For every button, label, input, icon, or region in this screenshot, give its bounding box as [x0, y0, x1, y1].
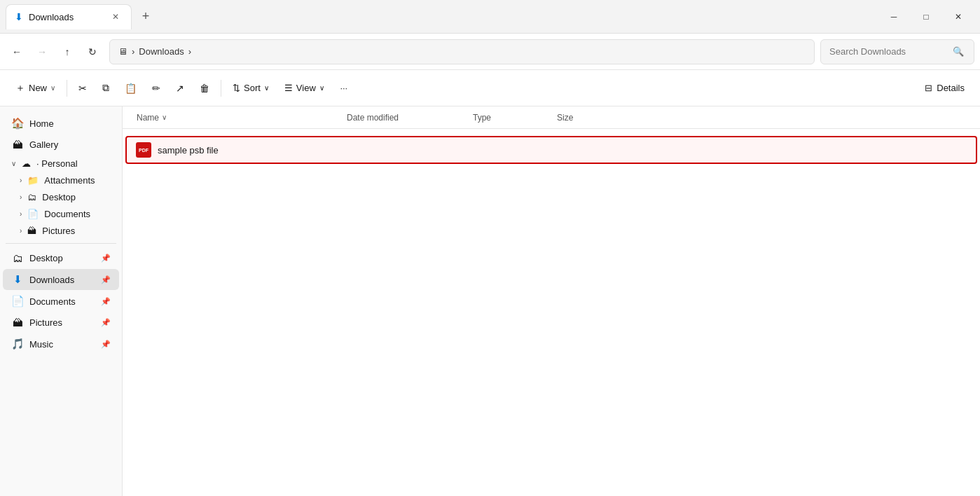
titlebar: ⬇ Downloads ✕ + ─ □ ✕ [0, 0, 980, 34]
sidebar-desktop-cloud-label: Desktop [42, 192, 76, 202]
pdf-icon: PDF [136, 142, 151, 158]
new-button[interactable]: ＋ New ∨ [8, 78, 62, 99]
details-label: Details [937, 83, 965, 93]
sidebar-desktop-label: Desktop [29, 253, 95, 263]
sort-button[interactable]: ⇅ Sort ∨ [226, 78, 276, 97]
view-label: View [296, 83, 316, 93]
details-button[interactable]: ⊟ Details [918, 78, 972, 97]
sidebar-item-gallery[interactable]: 🏔 Gallery [3, 135, 119, 155]
divider-1 [67, 80, 67, 97]
sidebar-gallery-label: Gallery [29, 139, 111, 150]
sidebar-item-documents[interactable]: 📄 Documents 📌 [3, 291, 119, 312]
documents-pin-icon: 📌 [101, 297, 111, 306]
sidebar-item-desktop-cloud[interactable]: › 🗂 Desktop [3, 189, 119, 205]
cloud-section-label: · Personal [36, 158, 78, 169]
downloads-icon: ⬇ [11, 273, 24, 286]
sidebar-pictures-cloud-label: Pictures [42, 226, 75, 236]
pictures-cloud-chevron-icon: › [20, 227, 22, 235]
sidebar-separator [6, 243, 116, 244]
breadcrumb-sep-2: › [188, 46, 191, 57]
tab-close-button[interactable]: ✕ [109, 10, 123, 24]
window-controls: ─ □ ✕ [878, 4, 974, 29]
share-button[interactable]: ↗ [169, 78, 191, 98]
sidebar-item-pictures-cloud[interactable]: › 🏔 Pictures [3, 223, 119, 239]
view-button[interactable]: ☰ View ∨ [277, 78, 331, 97]
gallery-icon: 🏔 [11, 139, 24, 151]
copy-button[interactable]: ⧉ [95, 78, 116, 98]
column-header-size[interactable]: Size [551, 109, 621, 127]
sidebar-item-home[interactable]: 🏠 Home [3, 113, 119, 134]
sort-label: Sort [244, 83, 261, 93]
new-plus-icon: ＋ [15, 82, 25, 95]
sidebar-item-pictures[interactable]: 🏔 Pictures 📌 [3, 312, 119, 333]
date-col-label: Date modified [347, 113, 399, 123]
rename-button[interactable]: ✏ [145, 78, 167, 98]
file-name: sample psb file [158, 145, 354, 156]
delete-button[interactable]: 🗑 [193, 78, 216, 98]
up-button[interactable]: ↑ [56, 41, 78, 63]
search-input[interactable] [829, 46, 948, 57]
column-header-type[interactable]: Type [467, 109, 551, 127]
desktop-cloud-chevron-icon: › [20, 193, 22, 201]
column-headers: Name ∨ Date modified Type Size [123, 106, 980, 129]
file-icon: PDF [135, 142, 152, 158]
address-bar[interactable]: 🖥 › Downloads › [109, 39, 815, 64]
copy-icon: ⧉ [102, 82, 109, 94]
attachments-icon: 📁 [27, 175, 39, 186]
sidebar-item-music[interactable]: 🎵 Music 📌 [3, 333, 119, 354]
sidebar-pictures-label: Pictures [29, 317, 95, 328]
close-button[interactable]: ✕ [942, 4, 974, 29]
sidebar-item-attachments[interactable]: › 📁 Attachments [3, 172, 119, 188]
cloud-chevron-icon: ∨ [11, 160, 16, 167]
downloads-tab[interactable]: ⬇ Downloads ✕ [6, 4, 132, 29]
sort-dropdown-icon: ∨ [264, 84, 269, 92]
delete-icon: 🗑 [200, 83, 209, 94]
pc-icon: 🖥 [118, 46, 127, 57]
sidebar-cloud-section[interactable]: ∨ ☁ · Personal [3, 156, 119, 172]
home-icon: 🏠 [11, 117, 24, 130]
breadcrumb-location: Downloads [139, 46, 184, 57]
sidebar: 🏠 Home 🏔 Gallery ∨ ☁ · Personal › 📁 Atta… [0, 106, 123, 496]
more-options-button[interactable]: ··· [333, 77, 355, 99]
new-tab-button[interactable]: + [134, 6, 157, 28]
sidebar-downloads-label: Downloads [29, 275, 95, 285]
sidebar-documents-cloud-label: Documents [44, 209, 90, 219]
content-area: Name ∨ Date modified Type Size PDF sampl… [123, 106, 980, 496]
minimize-button[interactable]: ─ [878, 4, 910, 29]
sidebar-documents-label: Documents [29, 296, 95, 307]
downloads-pin-icon: 📌 [101, 275, 111, 284]
sort-arrows-icon: ⇅ [233, 83, 240, 93]
pictures-icon: 🏔 [11, 317, 24, 329]
size-col-label: Size [557, 113, 573, 123]
forward-button[interactable]: → [31, 41, 53, 63]
type-col-label: Type [473, 113, 491, 123]
column-header-name[interactable]: Name ∨ [131, 109, 341, 127]
sidebar-item-desktop[interactable]: 🗂 Desktop 📌 [3, 248, 119, 268]
new-arrow-icon: ∨ [50, 84, 55, 92]
command-bar: ＋ New ∨ ✂ ⧉ 📋 ✏ ↗ 🗑 ⇅ Sort ∨ ☰ View ∨ ··… [0, 70, 980, 106]
maximize-button[interactable]: □ [910, 4, 942, 29]
sidebar-music-label: Music [29, 339, 95, 350]
pictures-pin-icon: 📌 [101, 318, 111, 327]
breadcrumb-sep-1: › [132, 46, 134, 57]
table-row[interactable]: PDF sample psb file [125, 136, 977, 164]
paste-button[interactable]: 📋 [118, 78, 144, 98]
cloud-icon: ☁ [22, 158, 31, 169]
more-icon: ··· [340, 83, 347, 93]
rename-icon: ✏ [152, 83, 160, 94]
name-col-label: Name [137, 113, 159, 123]
sidebar-item-downloads[interactable]: ⬇ Downloads 📌 [3, 269, 119, 290]
details-pane-icon: ⊟ [925, 83, 932, 93]
column-header-date[interactable]: Date modified [341, 109, 467, 127]
back-button[interactable]: ← [6, 41, 28, 63]
cut-button[interactable]: ✂ [71, 78, 94, 98]
desktop-icon: 🗂 [11, 252, 24, 264]
pictures-cloud-icon: 🏔 [27, 226, 36, 236]
cut-icon: ✂ [78, 83, 87, 94]
share-icon: ↗ [176, 83, 184, 94]
sidebar-item-documents-cloud[interactable]: › 📄 Documents [3, 206, 119, 222]
refresh-button[interactable]: ↻ [81, 41, 104, 63]
main-layout: 🏠 Home 🏔 Gallery ∨ ☁ · Personal › 📁 Atta… [0, 106, 980, 496]
navigation-bar: ← → ↑ ↻ 🖥 › Downloads › 🔍 [0, 34, 980, 70]
search-box[interactable]: 🔍 [820, 39, 974, 64]
